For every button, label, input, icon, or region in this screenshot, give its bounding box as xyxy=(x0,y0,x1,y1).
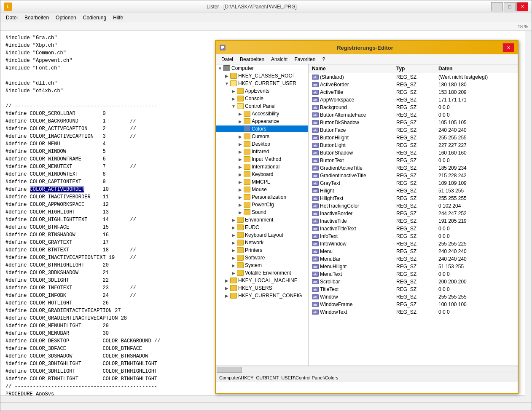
reg-row[interactable]: ab InactiveTitleText REG_SZ 0 0 0 xyxy=(309,225,518,232)
reg-row[interactable]: ab GradientInactiveTitle REG_SZ 215 228 … xyxy=(309,172,518,179)
reg-row[interactable]: ab WindowFrame REG_SZ 100 100 100 xyxy=(309,301,518,308)
tree-item[interactable]: ▶ Software xyxy=(216,254,308,262)
tree-item[interactable]: ▶ Network xyxy=(216,239,308,246)
reg-row[interactable]: ab ButtonLight REG_SZ 227 227 227 xyxy=(309,141,518,149)
reg-row[interactable]: ab ActiveTitle REG_SZ 153 180 209 xyxy=(309,88,518,96)
folder-icon xyxy=(244,202,250,208)
reg-row[interactable]: ab MenuText REG_SZ 0 0 0 xyxy=(309,270,518,278)
tree-item[interactable]: ▼ HKEY_CURRENT_USER xyxy=(216,80,308,87)
reg-entry-name: (Standard) xyxy=(320,74,344,80)
reg-row[interactable]: ab (Standard) REG_SZ (Wert nicht festgel… xyxy=(309,73,518,81)
reg-row[interactable]: ab Hilight REG_SZ 51 153 255 xyxy=(309,187,518,195)
tree-item[interactable]: ▶ HKEY_USERS xyxy=(216,284,308,292)
reg-row[interactable]: ab InfoText REG_SZ 0 0 0 xyxy=(309,232,518,240)
regedit-menu-favoriten[interactable]: Favoriten xyxy=(291,56,319,63)
tree-item[interactable]: ▶ AppEvents xyxy=(216,87,308,95)
regedit-menu-bearbeiten[interactable]: Bearbeiten xyxy=(236,56,268,63)
lister-horizontal-scrollbar[interactable] xyxy=(0,395,525,402)
lister-app-icon: L xyxy=(4,3,12,11)
tree-item[interactable]: ▶ PowerCfg xyxy=(216,201,308,208)
reg-row[interactable]: ab HotTrackingColor REG_SZ 0 102 204 xyxy=(309,202,518,210)
tree-expand-icon: ▼ xyxy=(217,66,223,71)
reg-row[interactable]: ab ButtonDkShadow REG_SZ 105 105 105 xyxy=(309,119,518,126)
menu-codierung[interactable]: Codierung xyxy=(80,14,110,21)
reg-row[interactable]: ab ButtonText REG_SZ 0 0 0 xyxy=(309,157,518,164)
tree-item[interactable]: ▶ Environment xyxy=(216,216,308,224)
lister-vertical-scrollbar[interactable] xyxy=(525,31,532,403)
reg-row[interactable]: ab InfoWindow REG_SZ 255 255 225 xyxy=(309,240,518,248)
reg-entry-name: ButtonFace xyxy=(320,127,346,133)
reg-entry-daten: 180 180 180 xyxy=(435,82,518,88)
tree-item[interactable]: ▶ International xyxy=(216,163,308,171)
regedit-close-button[interactable]: ✕ xyxy=(502,43,514,52)
reg-row[interactable]: ab InactiveTitle REG_SZ 191 205 219 xyxy=(309,217,518,225)
reg-row[interactable]: ab ButtonFace REG_SZ 240 240 240 xyxy=(309,126,518,134)
tree-item[interactable]: ▼ Control Panel xyxy=(216,102,308,110)
reg-row[interactable]: ab MenuBar REG_SZ 240 240 240 xyxy=(309,255,518,263)
menu-bearbeiten[interactable]: Bearbeiten xyxy=(21,14,52,21)
reg-entry-typ: REG_SZ xyxy=(393,302,435,307)
tree-item[interactable]: ▶ Keyboard xyxy=(216,171,308,178)
tree-panel[interactable]: ▼ Computer ▶ HKEY_CLASSES_ROOT ▼ HKEY_CU… xyxy=(216,64,309,366)
reg-row[interactable]: ab HilightText REG_SZ 255 255 255 xyxy=(309,195,518,202)
tree-expand-icon: ▶ xyxy=(237,187,244,192)
reg-row[interactable]: ab ButtonAlternateFace REG_SZ 0 0 0 xyxy=(309,111,518,119)
tree-item[interactable]: ▶ Volatile Environment xyxy=(216,269,308,277)
menu-datei[interactable]: Datei xyxy=(3,14,21,21)
regedit-menu-help[interactable]: ? xyxy=(319,56,328,63)
reg-entry-typ: REG_SZ xyxy=(393,294,435,300)
reg-row[interactable]: ab Scrollbar REG_SZ 200 200 200 xyxy=(309,278,518,286)
tree-item[interactable]: ▶ MMCPL xyxy=(216,178,308,186)
reg-row[interactable]: ab ButtonShadow REG_SZ 160 160 160 xyxy=(309,149,518,157)
close-button[interactable]: ✕ xyxy=(516,2,528,11)
reg-row[interactable]: ab Background REG_SZ 0 0 0 xyxy=(309,104,518,111)
reg-row[interactable]: ab MenuHilight REG_SZ 51 153 255 xyxy=(309,263,518,270)
reg-row[interactable]: ab WindowText REG_SZ 0 0 0 xyxy=(309,308,518,316)
reg-entry-name: InactiveBorder xyxy=(320,211,352,216)
tree-item[interactable]: ▶ HKEY_LOCAL_MACHINE xyxy=(216,277,308,284)
reg-row[interactable]: ab InactiveBorder REG_SZ 244 247 252 xyxy=(309,210,518,217)
reg-entry-typ: REG_SZ xyxy=(393,233,435,239)
tree-item[interactable]: ▶ Console xyxy=(216,95,308,102)
menu-optionen[interactable]: Optionen xyxy=(52,14,80,21)
tree-item[interactable]: ▶ Printers xyxy=(216,246,308,254)
tree-item[interactable]: ▶ Keyboard Layout xyxy=(216,231,308,239)
tree-item[interactable]: ▶ EUDC xyxy=(216,224,308,231)
reg-row[interactable]: ab ActiveBorder REG_SZ 180 180 180 xyxy=(309,81,518,88)
menu-hilfe[interactable]: Hilfe xyxy=(110,14,126,21)
regedit-menu-ansicht[interactable]: Ansicht xyxy=(268,56,291,63)
tree-item[interactable]: ▶ Input Method xyxy=(216,155,308,163)
tree-item[interactable]: ▶ Mouse xyxy=(216,186,308,193)
reg-row[interactable]: ab TitleText REG_SZ 0 0 0 xyxy=(309,286,518,293)
folder-icon xyxy=(230,278,237,283)
tree-item[interactable]: ▶ Appearance xyxy=(216,117,308,125)
tree-item[interactable]: ▶ Personalization xyxy=(216,193,308,201)
tree-expand-icon: ▶ xyxy=(230,263,237,268)
reg-entry-icon: ab xyxy=(312,181,319,186)
tree-item[interactable]: ▶ Accessibility xyxy=(216,110,308,117)
reg-entry-icon: ab xyxy=(312,294,319,299)
reg-row[interactable]: ab Window REG_SZ 255 255 255 xyxy=(309,293,518,301)
reg-entry-daten: 51 153 255 xyxy=(435,188,518,194)
reg-row[interactable]: ab Menu REG_SZ 240 240 240 xyxy=(309,248,518,255)
reg-row[interactable]: ab GradientActiveTitle REG_SZ 185 209 23… xyxy=(309,164,518,172)
regedit-hscrollbar[interactable] xyxy=(216,366,518,373)
tree-item[interactable]: Colors xyxy=(216,125,308,133)
tree-item[interactable]: ▶ Infrared xyxy=(216,148,308,155)
regedit-menu-datei[interactable]: Datei xyxy=(218,56,236,63)
reg-row[interactable]: ab ButtonHilight REG_SZ 255 255 255 xyxy=(309,134,518,141)
tree-item[interactable]: ▶ HKEY_CLASSES_ROOT xyxy=(216,72,308,80)
tree-item[interactable]: ▶ Desktop xyxy=(216,140,308,148)
maximize-button[interactable]: □ xyxy=(504,2,516,11)
reg-entry-daten: 244 247 252 xyxy=(435,211,518,216)
tree-item[interactable]: ▶ System xyxy=(216,262,308,269)
tree-item[interactable]: ▶ Cursors xyxy=(216,133,308,140)
tree-item[interactable]: ▶ Sound xyxy=(216,208,308,216)
minimize-button[interactable]: ─ xyxy=(491,2,503,11)
reg-row[interactable]: ab GrayText REG_SZ 109 109 109 xyxy=(309,179,518,187)
reg-entry-icon: ab xyxy=(312,226,319,231)
tree-root[interactable]: ▼ Computer xyxy=(216,64,308,72)
tree-item[interactable]: ▶ HKEY_CURRENT_CONFIG xyxy=(216,292,308,299)
reg-entry-daten: 0 0 0 xyxy=(435,104,518,110)
reg-row[interactable]: ab AppWorkspace REG_SZ 171 171 171 xyxy=(309,96,518,104)
